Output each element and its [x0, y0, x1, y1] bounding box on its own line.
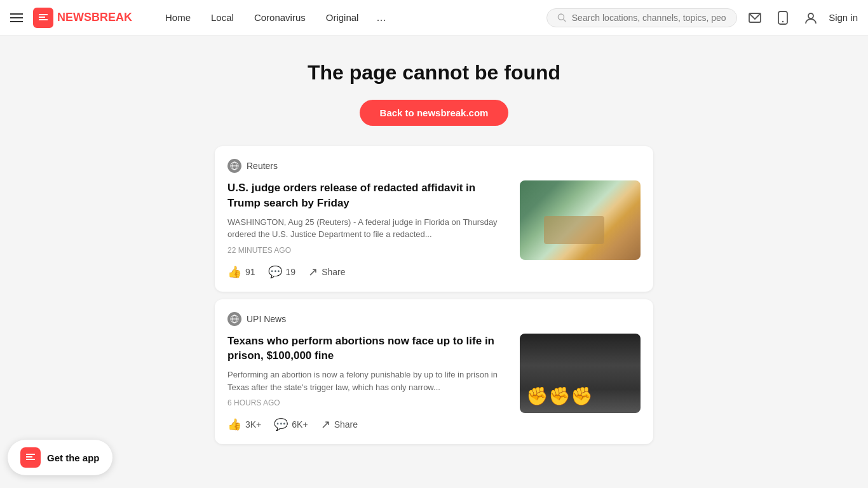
comment-button-2[interactable]: 💬 6K+: [274, 417, 308, 431]
like-button-2[interactable]: 👍 3K+: [227, 417, 261, 431]
article-card-1: Reuters U.S. judge orders release of red…: [215, 146, 653, 292]
share-icon-2: ↗: [321, 417, 330, 431]
get-app-label: Get the app: [47, 452, 100, 463]
article-time-2: 6 HOURS AGO: [227, 398, 510, 407]
nav-home[interactable]: Home: [158, 8, 198, 27]
share-label-1: Share: [322, 267, 345, 277]
like-count-2: 3K+: [245, 419, 261, 430]
share-button-1[interactable]: ↗ Share: [308, 265, 345, 279]
share-label-2: Share: [334, 419, 358, 430]
article-time-1: 22 MINUTES AGO: [227, 246, 510, 255]
back-to-home-button[interactable]: Back to newsbreak.com: [360, 100, 509, 126]
article-excerpt-1: WASHINGTON, Aug 25 (Reuters) - A federal…: [227, 216, 510, 241]
comment-count-2: 6K+: [292, 419, 308, 430]
like-button-1[interactable]: 👍 91: [227, 265, 255, 279]
article-excerpt-2: Performing an abortion is now a felony p…: [227, 369, 510, 393]
share-button-2[interactable]: ↗ Share: [321, 417, 358, 431]
article-text-2: Texans who perform abortions now face up…: [227, 334, 510, 432]
share-icon-1: ↗: [308, 265, 318, 279]
article-actions-1: 👍 91 💬 19 ↗ Share: [227, 265, 510, 279]
search-bar[interactable]: [546, 8, 737, 27]
mail-icon[interactable]: [745, 8, 765, 28]
like-icon-2: 👍: [227, 417, 241, 431]
svg-point-0: [558, 14, 564, 20]
logo-icon: [33, 8, 53, 28]
trump-estate-image: [520, 180, 641, 260]
article-body-1: U.S. judge orders release of redacted af…: [227, 180, 641, 279]
protest-image: [520, 334, 641, 413]
source-globe-icon-1: [227, 159, 241, 173]
logo-text: NEWSBREAK: [57, 11, 132, 24]
nav-original[interactable]: Original: [318, 8, 367, 27]
nav-local[interactable]: Local: [203, 8, 241, 27]
article-title-1[interactable]: U.S. judge orders release of redacted af…: [227, 180, 510, 211]
article-body-2: Texans who perform abortions now face up…: [227, 334, 641, 432]
get-app-banner[interactable]: Get the app: [8, 440, 112, 475]
sign-in-button[interactable]: Sign in: [829, 12, 858, 23]
error-title: The page cannot be found: [308, 61, 560, 85]
article-text-1: U.S. judge orders release of redacted af…: [227, 180, 510, 279]
logo[interactable]: NEWSBREAK: [33, 8, 132, 28]
search-input[interactable]: [572, 13, 726, 23]
article-thumbnail-1: [520, 180, 641, 260]
svg-point-5: [808, 13, 813, 18]
hamburger-menu[interactable]: [10, 13, 23, 22]
articles-list: Reuters U.S. judge orders release of red…: [215, 146, 653, 444]
header: NEWSBREAK Home Local Coronavirus Origina…: [0, 0, 868, 36]
article-source-1: Reuters: [227, 159, 641, 173]
main-content: The page cannot be found Back to newsbre…: [0, 36, 868, 470]
search-icon: [557, 13, 567, 23]
comment-button-1[interactable]: 💬 19: [268, 265, 296, 279]
like-icon-1: 👍: [227, 265, 241, 279]
svg-line-1: [564, 19, 566, 22]
article-card-2: UPI News Texans who perform abortions no…: [215, 299, 653, 445]
comment-icon-1: 💬: [268, 265, 282, 279]
nav-more[interactable]: ...: [371, 7, 391, 28]
main-nav: Home Local Coronavirus Original ...: [158, 7, 391, 28]
source-name-2: UPI News: [247, 314, 286, 324]
article-source-2: UPI News: [227, 312, 641, 326]
comment-icon-2: 💬: [274, 417, 288, 431]
article-thumbnail-2: [520, 334, 641, 413]
source-globe-icon-2: [227, 312, 241, 326]
comment-count-1: 19: [286, 267, 296, 277]
nav-coronavirus[interactable]: Coronavirus: [247, 8, 313, 27]
article-title-2[interactable]: Texans who perform abortions now face up…: [227, 334, 510, 364]
source-name-1: Reuters: [247, 161, 278, 171]
user-icon[interactable]: [801, 8, 821, 28]
like-count-1: 91: [245, 267, 255, 277]
header-left: NEWSBREAK Home Local Coronavirus Origina…: [10, 7, 391, 28]
article-actions-2: 👍 3K+ 💬 6K+ ↗ Share: [227, 417, 510, 431]
mobile-icon[interactable]: [773, 8, 793, 28]
app-icon: [20, 447, 41, 468]
header-right: Sign in: [546, 8, 858, 28]
